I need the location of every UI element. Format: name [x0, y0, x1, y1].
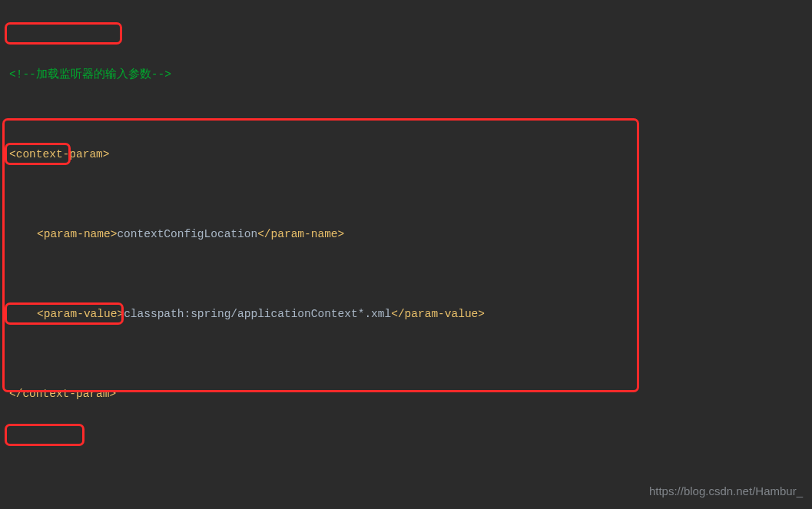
- code-line: </context-param>: [9, 384, 812, 404]
- code-line: <context-param>: [9, 144, 812, 164]
- code-line: <param-name>contextConfigLocation</param…: [9, 224, 812, 244]
- code-line: <param-value>classpath:spring/applicatio…: [9, 304, 812, 324]
- xml-tag: <param-value>: [37, 308, 124, 320]
- xml-tag: </param-name>: [257, 228, 344, 240]
- watermark-text: https://blog.csdn.net/Hambur_: [649, 481, 803, 501]
- xml-tag: <context-param>: [9, 148, 110, 160]
- xml-text: contextConfigLocation: [117, 228, 257, 240]
- xml-tag: </param-value>: [391, 308, 485, 320]
- xml-tag: </context-param>: [9, 388, 116, 400]
- xml-comment: <!--加载监听器的输入参数-->: [9, 68, 171, 81]
- code-editor[interactable]: <!--加载监听器的输入参数--> <context-param> <param…: [0, 0, 812, 509]
- xml-tag: <param-name>: [37, 228, 117, 240]
- xml-text: classpath:spring/applicationContext*.xml: [124, 308, 391, 320]
- code-line: <!--加载监听器的输入参数-->: [9, 64, 812, 84]
